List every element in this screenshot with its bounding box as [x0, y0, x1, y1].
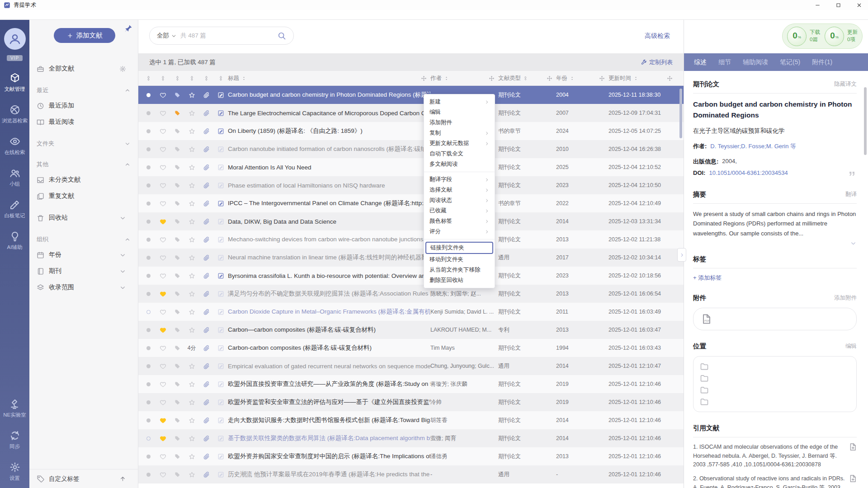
favorite-heart-icon[interactable] [156, 345, 170, 352]
attachment-column-icon[interactable] [203, 75, 209, 81]
context-menu-item[interactable] [424, 239, 495, 239]
read-status-icon[interactable] [141, 165, 156, 169]
favorite-heart-icon[interactable] [156, 327, 170, 333]
column-header-updated[interactable]: 更新时间 [609, 75, 676, 82]
notes-edit-icon[interactable] [213, 417, 228, 424]
read-status-icon[interactable] [141, 473, 156, 477]
tab-assisted-reading[interactable]: 辅助阅读 [743, 58, 768, 66]
rating-star-icon[interactable] [184, 327, 199, 333]
folder-icon[interactable] [700, 385, 709, 394]
color-tag-icon[interactable] [170, 92, 184, 99]
context-menu-item[interactable]: 更新文献元数据 [424, 138, 495, 149]
custom-tags-bar[interactable]: 自定义标签 [29, 469, 138, 488]
column-header-author[interactable]: 作者 [430, 75, 498, 82]
row-title[interactable]: 基于数据关联性聚类的数据布局算法 (标题译名:Data placement al… [228, 434, 430, 442]
sidebar-section-organize[interactable]: 组织 [29, 232, 138, 247]
context-menu-item[interactable]: 删除至回收站 [424, 275, 495, 286]
table-row[interactable]: 4分 Carbon-carbon composites (标题译名:碳-碳复合材… [138, 339, 684, 357]
sidebar-item-index-scope[interactable]: 收录范围 [29, 279, 138, 296]
rail-item-library[interactable]: 文献管理 [5, 73, 25, 93]
doi-link[interactable]: 10.1051/0004-6361:20034534 [709, 169, 788, 176]
add-attachment-link[interactable]: 添加附件 [834, 294, 857, 302]
quote-icon[interactable] [848, 169, 857, 178]
table-row[interactable]: Moral Attention Is All You Need 期刊论文 202… [138, 158, 684, 176]
column-resize-icon[interactable] [489, 75, 495, 81]
favorite-heart-icon[interactable] [156, 453, 170, 460]
notes-edit-icon[interactable] [213, 164, 228, 171]
table-row[interactable]: 走向大数据知识服务:大数据时代图书馆服务模式创新 (标题译名:Toward Bi… [138, 411, 684, 429]
attachment-paperclip-icon[interactable] [199, 92, 213, 99]
tab-notes[interactable]: 笔记(5) [780, 58, 800, 66]
favorite-heart-icon[interactable] [156, 309, 170, 315]
search-scope-select[interactable]: 全部 [157, 32, 169, 40]
row-title[interactable]: Carbon Dioxide Capture in Metal–Organic … [228, 308, 430, 316]
detail-scrollbar[interactable] [864, 77, 867, 484]
context-menu-item[interactable]: 阅读状态 [424, 195, 495, 206]
add-tag-link[interactable]: + 添加标签 [693, 274, 857, 282]
sidebar-section-recent[interactable]: 最近 [29, 83, 138, 98]
sidebar-item-trash[interactable]: 回收站 [29, 210, 138, 226]
rating-star-icon[interactable] [184, 146, 199, 153]
expand-abstract-chevron-icon[interactable] [850, 240, 857, 247]
color-tag-icon[interactable] [170, 218, 184, 225]
attachment-paperclip-icon[interactable] [199, 164, 213, 171]
hide-translation-link[interactable]: 隐藏译文 [834, 80, 857, 88]
table-row[interactable]: IPCC – The Intergovernmental Panel on Cl… [138, 194, 684, 212]
notes-edit-icon[interactable] [213, 218, 228, 225]
color-tag-icon[interactable] [170, 381, 184, 388]
table-row[interactable]: 欧盟外资并购国家安全审查制度对中国的启示 (标题译名:The Implicati… [138, 447, 684, 465]
table-row[interactable]: Phase estimation of local Hamiltonians o… [138, 176, 684, 194]
table-row[interactable]: Carbon—carbon composites (标题译名:碳-碳复合材料) … [138, 321, 684, 339]
context-menu-item[interactable]: 编辑 [424, 107, 495, 117]
row-title[interactable]: 满足均匀分布的不确定数据关联规则挖掘算法 (标题译名:Association R… [228, 290, 430, 298]
sidebar-item-recently-added[interactable]: 最近添加 [29, 98, 138, 114]
rating-star-icon[interactable] [184, 417, 199, 424]
table-row[interactable]: Mechano-switching devices from carbon wi… [138, 230, 684, 249]
attachment-paperclip-icon[interactable] [199, 272, 213, 279]
notes-edit-icon[interactable] [213, 146, 228, 153]
read-status-icon[interactable] [141, 436, 156, 441]
color-tag-icon[interactable] [170, 272, 184, 279]
attachment-paperclip-icon[interactable] [199, 345, 213, 352]
table-row[interactable]: On Liberty (1859) (标题译名: 《自由之路: 1859》) 书… [138, 122, 684, 140]
row-title[interactable]: 欧盟外资并购国家安全审查制度对中国的启示 (标题译名:The Implicati… [228, 452, 430, 460]
search-icon[interactable] [277, 31, 286, 40]
sidebar-item-all-documents[interactable]: 全部文献 [29, 61, 138, 77]
row-title[interactable]: Carbon—carbon composites (标题译名:碳-碳复合材料) [228, 326, 430, 334]
tab-details[interactable]: 细节 [718, 58, 731, 66]
row-title[interactable]: IPCC – The Intergovernmental Panel on Cl… [228, 199, 430, 207]
color-tag-icon[interactable] [170, 236, 184, 243]
context-menu-item[interactable]: 颜色标签 [424, 216, 495, 226]
column-resize-icon[interactable] [667, 75, 673, 81]
favorite-column-icon[interactable] [160, 75, 166, 81]
filter-icon[interactable] [523, 76, 528, 81]
chevron-down-icon[interactable] [171, 33, 177, 39]
color-tag-icon[interactable] [170, 345, 184, 352]
read-status-icon[interactable] [141, 455, 156, 459]
favorite-heart-icon[interactable] [156, 110, 170, 117]
color-tag-icon[interactable] [170, 399, 184, 406]
add-document-button[interactable]: 添加文献 [54, 28, 115, 43]
favorite-heart-icon[interactable] [156, 417, 170, 424]
favorite-heart-icon[interactable] [156, 291, 170, 297]
table-row[interactable]: Carbon nanotube initiated formation of c… [138, 140, 684, 158]
sidebar-item-unfiled[interactable]: 未分类文献 [29, 172, 138, 188]
rating-star-icon[interactable] [184, 381, 199, 388]
rating-column-icon[interactable] [189, 75, 195, 81]
notes-edit-icon[interactable] [213, 399, 228, 406]
context-menu-item[interactable]: 翻译字段 [424, 174, 495, 185]
read-status-icon[interactable] [141, 364, 156, 368]
pdf-file-icon[interactable]: PDF [701, 314, 712, 324]
color-tag-icon[interactable] [170, 471, 184, 478]
favorite-heart-icon[interactable] [156, 164, 170, 171]
table-row[interactable]: 历史潮流 他预计草案最早或在2019年春季通 (标题译名:He predicts… [138, 465, 684, 483]
rating-star-icon[interactable] [184, 435, 199, 442]
attachment-paperclip-icon[interactable] [199, 291, 213, 297]
rating-star-icon[interactable] [184, 218, 199, 225]
color-tag-icon[interactable] [170, 128, 184, 135]
context-menu-item[interactable]: 移动到文件夹 [424, 254, 495, 265]
rating-star-icon[interactable] [184, 92, 199, 99]
folder-icon[interactable] [700, 362, 709, 371]
notes-edit-icon[interactable] [213, 453, 228, 460]
favorite-heart-icon[interactable] [156, 218, 170, 225]
